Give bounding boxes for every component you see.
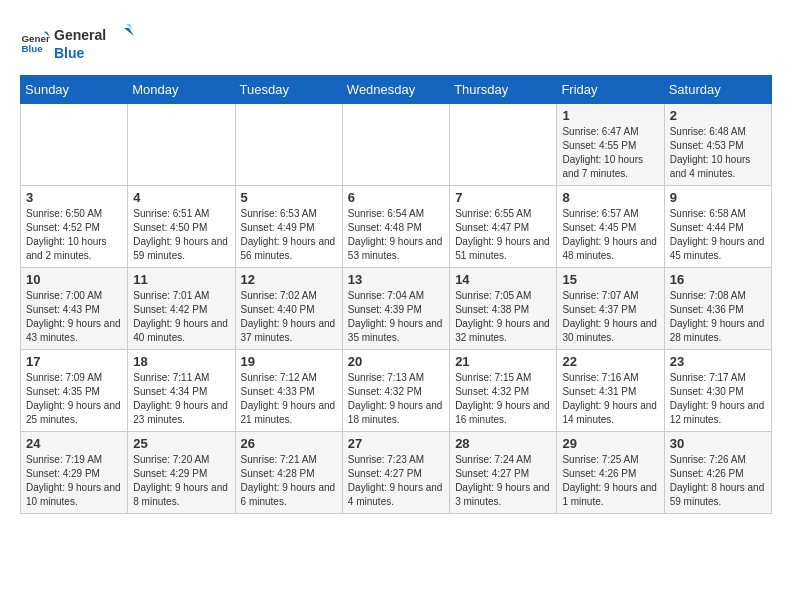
day-number: 24 <box>26 436 122 451</box>
day-info: Sunrise: 6:54 AMSunset: 4:48 PMDaylight:… <box>348 207 444 263</box>
day-info: Sunrise: 7:19 AMSunset: 4:29 PMDaylight:… <box>26 453 122 509</box>
day-cell: 18Sunrise: 7:11 AMSunset: 4:34 PMDayligh… <box>128 350 235 432</box>
day-number: 11 <box>133 272 229 287</box>
svg-text:General: General <box>22 32 51 43</box>
day-cell <box>235 104 342 186</box>
day-info: Sunrise: 7:00 AMSunset: 4:43 PMDaylight:… <box>26 289 122 345</box>
day-number: 27 <box>348 436 444 451</box>
day-cell: 17Sunrise: 7:09 AMSunset: 4:35 PMDayligh… <box>21 350 128 432</box>
day-number: 25 <box>133 436 229 451</box>
day-number: 23 <box>670 354 766 369</box>
week-row-5: 24Sunrise: 7:19 AMSunset: 4:29 PMDayligh… <box>21 432 772 514</box>
day-info: Sunrise: 7:25 AMSunset: 4:26 PMDaylight:… <box>562 453 658 509</box>
day-cell: 6Sunrise: 6:54 AMSunset: 4:48 PMDaylight… <box>342 186 449 268</box>
day-cell: 9Sunrise: 6:58 AMSunset: 4:44 PMDaylight… <box>664 186 771 268</box>
weekday-header-monday: Monday <box>128 76 235 104</box>
day-info: Sunrise: 6:51 AMSunset: 4:50 PMDaylight:… <box>133 207 229 263</box>
day-info: Sunrise: 7:11 AMSunset: 4:34 PMDaylight:… <box>133 371 229 427</box>
weekday-header-wednesday: Wednesday <box>342 76 449 104</box>
week-row-2: 3Sunrise: 6:50 AMSunset: 4:52 PMDaylight… <box>21 186 772 268</box>
day-cell: 10Sunrise: 7:00 AMSunset: 4:43 PMDayligh… <box>21 268 128 350</box>
day-number: 12 <box>241 272 337 287</box>
day-cell: 5Sunrise: 6:53 AMSunset: 4:49 PMDaylight… <box>235 186 342 268</box>
weekday-header-friday: Friday <box>557 76 664 104</box>
day-cell <box>21 104 128 186</box>
day-info: Sunrise: 7:09 AMSunset: 4:35 PMDaylight:… <box>26 371 122 427</box>
weekday-header-tuesday: Tuesday <box>235 76 342 104</box>
week-row-4: 17Sunrise: 7:09 AMSunset: 4:35 PMDayligh… <box>21 350 772 432</box>
day-info: Sunrise: 7:13 AMSunset: 4:32 PMDaylight:… <box>348 371 444 427</box>
day-cell: 4Sunrise: 6:51 AMSunset: 4:50 PMDaylight… <box>128 186 235 268</box>
day-info: Sunrise: 7:15 AMSunset: 4:32 PMDaylight:… <box>455 371 551 427</box>
day-info: Sunrise: 7:26 AMSunset: 4:26 PMDaylight:… <box>670 453 766 509</box>
logo-icon: General Blue <box>20 28 50 58</box>
logo: General Blue General Blue <box>20 20 134 65</box>
day-cell: 13Sunrise: 7:04 AMSunset: 4:39 PMDayligh… <box>342 268 449 350</box>
day-info: Sunrise: 6:53 AMSunset: 4:49 PMDaylight:… <box>241 207 337 263</box>
day-number: 17 <box>26 354 122 369</box>
day-info: Sunrise: 7:17 AMSunset: 4:30 PMDaylight:… <box>670 371 766 427</box>
day-number: 10 <box>26 272 122 287</box>
day-cell <box>342 104 449 186</box>
weekday-header-sunday: Sunday <box>21 76 128 104</box>
day-number: 1 <box>562 108 658 123</box>
day-cell: 26Sunrise: 7:21 AMSunset: 4:28 PMDayligh… <box>235 432 342 514</box>
header: General Blue General Blue <box>20 20 772 65</box>
day-info: Sunrise: 7:12 AMSunset: 4:33 PMDaylight:… <box>241 371 337 427</box>
day-cell: 22Sunrise: 7:16 AMSunset: 4:31 PMDayligh… <box>557 350 664 432</box>
day-cell: 25Sunrise: 7:20 AMSunset: 4:29 PMDayligh… <box>128 432 235 514</box>
day-info: Sunrise: 6:48 AMSunset: 4:53 PMDaylight:… <box>670 125 766 181</box>
day-info: Sunrise: 7:21 AMSunset: 4:28 PMDaylight:… <box>241 453 337 509</box>
day-number: 15 <box>562 272 658 287</box>
weekday-header-thursday: Thursday <box>450 76 557 104</box>
day-number: 19 <box>241 354 337 369</box>
day-cell: 30Sunrise: 7:26 AMSunset: 4:26 PMDayligh… <box>664 432 771 514</box>
day-cell <box>128 104 235 186</box>
day-number: 5 <box>241 190 337 205</box>
day-cell: 8Sunrise: 6:57 AMSunset: 4:45 PMDaylight… <box>557 186 664 268</box>
day-info: Sunrise: 6:57 AMSunset: 4:45 PMDaylight:… <box>562 207 658 263</box>
day-number: 18 <box>133 354 229 369</box>
day-number: 13 <box>348 272 444 287</box>
day-cell: 11Sunrise: 7:01 AMSunset: 4:42 PMDayligh… <box>128 268 235 350</box>
day-number: 4 <box>133 190 229 205</box>
day-info: Sunrise: 6:58 AMSunset: 4:44 PMDaylight:… <box>670 207 766 263</box>
day-info: Sunrise: 7:16 AMSunset: 4:31 PMDaylight:… <box>562 371 658 427</box>
day-number: 28 <box>455 436 551 451</box>
day-cell: 29Sunrise: 7:25 AMSunset: 4:26 PMDayligh… <box>557 432 664 514</box>
day-number: 20 <box>348 354 444 369</box>
day-number: 9 <box>670 190 766 205</box>
day-number: 21 <box>455 354 551 369</box>
day-cell: 24Sunrise: 7:19 AMSunset: 4:29 PMDayligh… <box>21 432 128 514</box>
day-number: 29 <box>562 436 658 451</box>
day-cell: 20Sunrise: 7:13 AMSunset: 4:32 PMDayligh… <box>342 350 449 432</box>
day-number: 6 <box>348 190 444 205</box>
day-number: 26 <box>241 436 337 451</box>
day-cell: 7Sunrise: 6:55 AMSunset: 4:47 PMDaylight… <box>450 186 557 268</box>
day-info: Sunrise: 7:01 AMSunset: 4:42 PMDaylight:… <box>133 289 229 345</box>
day-info: Sunrise: 7:05 AMSunset: 4:38 PMDaylight:… <box>455 289 551 345</box>
day-info: Sunrise: 7:04 AMSunset: 4:39 PMDaylight:… <box>348 289 444 345</box>
day-cell: 28Sunrise: 7:24 AMSunset: 4:27 PMDayligh… <box>450 432 557 514</box>
day-number: 2 <box>670 108 766 123</box>
day-info: Sunrise: 6:55 AMSunset: 4:47 PMDaylight:… <box>455 207 551 263</box>
day-info: Sunrise: 7:07 AMSunset: 4:37 PMDaylight:… <box>562 289 658 345</box>
day-number: 14 <box>455 272 551 287</box>
day-info: Sunrise: 6:50 AMSunset: 4:52 PMDaylight:… <box>26 207 122 263</box>
day-number: 7 <box>455 190 551 205</box>
day-info: Sunrise: 7:20 AMSunset: 4:29 PMDaylight:… <box>133 453 229 509</box>
day-info: Sunrise: 7:23 AMSunset: 4:27 PMDaylight:… <box>348 453 444 509</box>
day-cell: 12Sunrise: 7:02 AMSunset: 4:40 PMDayligh… <box>235 268 342 350</box>
day-info: Sunrise: 7:02 AMSunset: 4:40 PMDaylight:… <box>241 289 337 345</box>
weekday-header-row: SundayMondayTuesdayWednesdayThursdayFrid… <box>21 76 772 104</box>
svg-text:General: General <box>54 27 106 43</box>
day-cell: 21Sunrise: 7:15 AMSunset: 4:32 PMDayligh… <box>450 350 557 432</box>
day-info: Sunrise: 6:47 AMSunset: 4:55 PMDaylight:… <box>562 125 658 181</box>
day-info: Sunrise: 7:08 AMSunset: 4:36 PMDaylight:… <box>670 289 766 345</box>
logo-bird-icon: General Blue <box>54 20 134 65</box>
day-number: 30 <box>670 436 766 451</box>
day-cell: 14Sunrise: 7:05 AMSunset: 4:38 PMDayligh… <box>450 268 557 350</box>
weekday-header-saturday: Saturday <box>664 76 771 104</box>
day-number: 8 <box>562 190 658 205</box>
day-cell: 15Sunrise: 7:07 AMSunset: 4:37 PMDayligh… <box>557 268 664 350</box>
